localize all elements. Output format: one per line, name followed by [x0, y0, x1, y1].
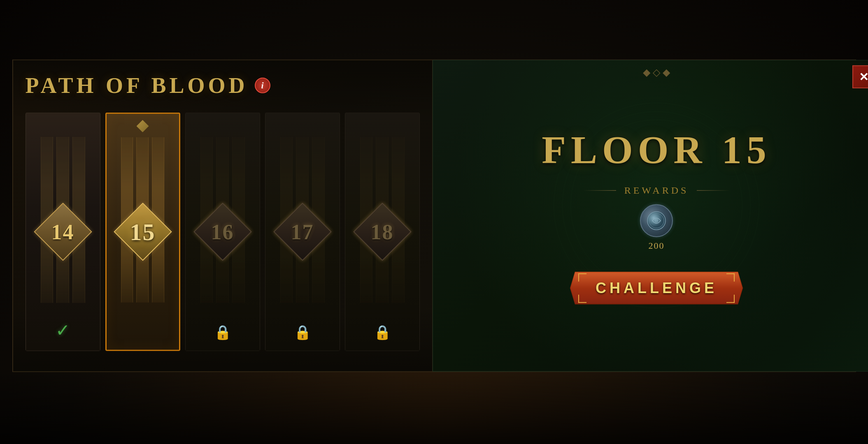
floor-card-16-inner: 16 🔒 [185, 113, 260, 351]
crowd-silhouette [0, 370, 868, 444]
rewards-items: 200 [640, 204, 673, 251]
challenge-button-label: CHALLENGE [596, 280, 717, 297]
floor-18-lock: 🔒 [374, 324, 391, 340]
floor-14-badge: 14 [42, 211, 84, 252]
floor-card-17[interactable]: 17 🔒 [265, 113, 340, 351]
panel-title-area: Path of Blood i [26, 73, 420, 98]
btn-corner-tl [578, 273, 586, 282]
floor-15-top-gem [137, 120, 149, 132]
main-dialog: Path of Blood i 14 ✓ [12, 60, 856, 372]
svg-point-2 [654, 219, 659, 223]
reward-currency-count: 200 [649, 240, 665, 251]
floor-card-15-inner: 15 [105, 113, 180, 351]
floor-15-badge: 15 [122, 211, 163, 252]
right-panel: ✕ ◆ ◇ ◆ FLOOR 15 REWARDS [433, 60, 868, 372]
floor-16-number: 16 [211, 220, 234, 244]
rewards-label: REWARDS [624, 185, 689, 196]
floor-detail-title: FLOOR 15 [542, 127, 771, 173]
floor-16-lock: 🔒 [214, 324, 231, 340]
floor-card-18-inner: 18 🔒 [345, 113, 420, 351]
floor-card-17-inner: 17 🔒 [265, 113, 340, 351]
floor-18-number: 18 [371, 220, 394, 244]
reward-item-currency: 200 [640, 204, 673, 251]
floor-14-number: 14 [51, 220, 74, 244]
floor-17-badge: 17 [282, 211, 323, 252]
rewards-header: REWARDS [583, 185, 730, 196]
btn-corner-bl [578, 295, 586, 303]
challenge-button[interactable]: CHALLENGE [570, 272, 743, 305]
currency-svg [646, 210, 667, 231]
floor-17-lock: 🔒 [294, 324, 311, 340]
top-ornament: ◆ ◇ ◆ [643, 67, 670, 78]
panel-title: Path of Blood [26, 73, 248, 98]
floor-18-badge: 18 [362, 211, 403, 252]
floor-card-14-inner: 14 ✓ [26, 113, 100, 351]
reward-currency-icon [640, 204, 673, 237]
floor-card-15[interactable]: 15 [105, 113, 180, 351]
rewards-line-left [583, 190, 616, 191]
close-button[interactable]: ✕ [852, 65, 868, 88]
floor-15-number: 15 [130, 218, 156, 245]
floor-card-14[interactable]: 14 ✓ [26, 113, 100, 351]
floors-container: 14 ✓ 15 [26, 113, 420, 351]
info-button[interactable]: i [255, 78, 270, 93]
floor-card-16[interactable]: 16 🔒 [185, 113, 260, 351]
rewards-line-right [697, 190, 730, 191]
btn-corner-tr [726, 273, 735, 282]
floor-14-checkmark: ✓ [56, 320, 70, 340]
floor-card-18[interactable]: 18 🔒 [345, 113, 420, 351]
floor-17-number: 17 [291, 220, 314, 244]
btn-corner-br [726, 295, 735, 303]
left-panel: Path of Blood i 14 ✓ [13, 60, 433, 372]
floor-16-badge: 16 [202, 211, 243, 252]
rewards-section: REWARDS [583, 185, 730, 251]
